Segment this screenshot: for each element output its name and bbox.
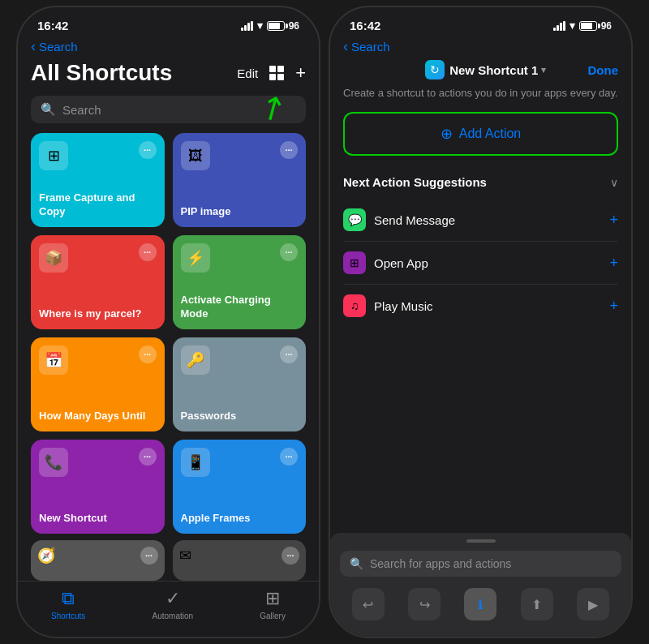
tile-icon-partial-2: ✉ [179, 547, 191, 565]
tile-label-apple-frames: Apple Frames [181, 505, 299, 526]
tile-icon-apple-frames: 📱 [181, 448, 210, 477]
tile-label-new-shortcut: New Shortcut [39, 505, 157, 526]
tile-more-pip[interactable]: ··· [280, 141, 298, 159]
suggestion-open-app[interactable]: ⊞ Open App + [343, 242, 618, 285]
tile-label-parcel: Where is my parcel? [39, 301, 157, 321]
add-shortcut-button[interactable]: + [295, 64, 306, 82]
panel-search-icon: 🔍 [350, 557, 363, 570]
search-bar-left[interactable]: 🔍 Search [31, 96, 306, 123]
suggestion-play-music[interactable]: ♫ Play Music + [343, 285, 618, 327]
tile-new-shortcut[interactable]: 📞 ··· New Shortcut [31, 440, 165, 534]
suggestion-send-message[interactable]: 💬 Send Message + [343, 199, 618, 242]
tab-gallery[interactable]: ⊞ Gallery [260, 588, 286, 620]
tile-more-charging[interactable]: ··· [280, 243, 298, 261]
shortcut-name-button[interactable]: New Shortcut 1 ▾ [449, 63, 546, 77]
suggestion-name-open-app: Open App [374, 256, 428, 270]
suggestion-icon-open-app: ⊞ [343, 251, 366, 274]
page-title-left: All Shortcuts [31, 60, 172, 86]
back-nav-right[interactable]: ‹ Search [330, 37, 631, 57]
add-action-button[interactable]: ⊕ Add Action [343, 112, 618, 156]
tile-more-partial-2[interactable]: ··· [282, 547, 299, 565]
battery-pct-right: 96 [601, 20, 612, 32]
battery-pct-left: 96 [289, 20, 299, 32]
tab-shortcuts-label: Shortcuts [51, 612, 85, 620]
grid-view-button[interactable] [269, 66, 284, 80]
shortcuts-grid: ⊞ ··· Frame Capture and Copy 🖼 ··· PIP i… [18, 133, 319, 534]
suggestion-icon-send-message: 💬 [343, 208, 366, 231]
tab-automation-label: Automation [152, 612, 193, 620]
suggestion-name-send-message: Send Message [374, 213, 455, 227]
subtitle-text: Create a shortcut to actions you do in y… [343, 86, 618, 101]
tile-more-days[interactable]: ··· [139, 346, 157, 363]
back-label-right: Search [351, 40, 390, 54]
tile-apple-frames[interactable]: 📱 ··· Apple Frames [173, 440, 307, 534]
edit-button[interactable]: Edit [237, 67, 258, 80]
panel-undo-button[interactable]: ↩ [352, 588, 385, 620]
status-bar-right: 16:42 ▾ 96 [330, 7, 631, 37]
panel-run-button[interactable]: ▶ [577, 588, 609, 620]
tile-icon-pip: 🖼 [181, 141, 210, 170]
tile-more-passwords[interactable]: ··· [280, 346, 298, 363]
tile-partial-1[interactable]: 🧭 ··· [31, 540, 165, 581]
tile-more-new-shortcut[interactable]: ··· [139, 448, 157, 466]
collapse-chevron-icon[interactable]: ∨ [610, 176, 618, 189]
tile-more-partial-1[interactable]: ··· [140, 547, 158, 565]
play-music-icon: ♫ [350, 299, 359, 312]
add-action-label: Add Action [459, 127, 522, 141]
tile-more-frame-capture[interactable]: ··· [139, 141, 157, 159]
back-chevron-right: ‹ [343, 39, 348, 54]
back-chevron-left: ‹ [31, 39, 36, 54]
back-nav-left[interactable]: ‹ Search [18, 37, 319, 57]
panel-drag-handle[interactable] [466, 539, 496, 543]
suggestion-left-play-music: ♫ Play Music [343, 294, 433, 317]
status-bar-left: 16:42 ▾ 96 [18, 7, 319, 37]
phone-left: 16:42 ▾ 96 ‹ Search All Shortcuts Edit [16, 6, 320, 638]
tile-frame-capture[interactable]: ⊞ ··· Frame Capture and Copy [31, 133, 165, 227]
suggestion-icon-play-music: ♫ [343, 294, 366, 317]
tile-where-parcel[interactable]: 📦 ··· Where is my parcel? [31, 235, 165, 329]
tile-more-parcel[interactable]: ··· [139, 243, 157, 261]
tile-icon-days: 📅 [39, 346, 68, 375]
suggestion-left-open-app: ⊞ Open App [343, 251, 428, 274]
automation-tab-icon: ✓ [165, 588, 180, 609]
shortcuts-tab-icon: ⧉ [62, 588, 75, 609]
next-actions-header[interactable]: Next Action Suggestions ∨ [343, 175, 618, 189]
tile-label-days: How Many Days Until [39, 403, 157, 423]
panel-info-button[interactable]: ℹ [464, 588, 496, 620]
tile-icon-passwords: 🔑 [181, 346, 210, 375]
panel-share-button[interactable]: ⬆ [521, 588, 553, 620]
shortcut-nav-bar: ↻ New Shortcut 1 ▾ Done [330, 57, 631, 86]
tile-icon-parcel: 📦 [39, 243, 68, 273]
tile-activate-charging[interactable]: ⚡ ··· Activate Charging Mode [173, 235, 307, 329]
phone2-main-content: Create a shortcut to actions you do in y… [330, 86, 631, 533]
chevron-down-icon: ▾ [541, 65, 546, 75]
tile-partial-2[interactable]: ✉ ··· [173, 540, 307, 581]
panel-search-bar[interactable]: 🔍 Search for apps and actions [340, 551, 621, 577]
add-play-music-button[interactable]: + [609, 298, 618, 315]
tile-more-apple-frames[interactable]: ··· [280, 448, 298, 466]
search-icon-left: 🔍 [41, 102, 56, 117]
add-action-plus-icon: ⊕ [441, 125, 453, 143]
tab-shortcuts[interactable]: ⧉ Shortcuts [51, 588, 85, 620]
signal-icon-left [241, 21, 253, 31]
gallery-tab-icon: ⊞ [265, 588, 280, 609]
tile-how-many-days[interactable]: 📅 ··· How Many Days Until [31, 337, 165, 431]
panel-redo-button[interactable]: ↪ [408, 588, 441, 620]
open-app-icon: ⊞ [350, 256, 359, 269]
tile-passwords[interactable]: 🔑 ··· Passwords [173, 337, 307, 431]
add-open-app-button[interactable]: + [609, 255, 618, 272]
tile-icon-new-shortcut: 📞 [39, 448, 68, 477]
nav-bar-left: All Shortcuts Edit + [18, 57, 319, 92]
search-placeholder-left: Search [62, 103, 101, 117]
time-right: 16:42 [350, 19, 380, 32]
bottom-search-panel: 🔍 Search for apps and actions ↩ ↪ ℹ ⬆ ▶ [330, 533, 631, 637]
suggestion-left-send-message: 💬 Send Message [343, 208, 455, 231]
tab-gallery-label: Gallery [260, 612, 286, 620]
add-send-message-button[interactable]: + [609, 212, 618, 229]
tile-pip-image[interactable]: 🖼 ··· PIP image [173, 133, 307, 227]
tile-label-charging: Activate Charging Mode [181, 287, 299, 321]
tab-automation[interactable]: ✓ Automation [152, 588, 193, 620]
shortcut-title-area[interactable]: ↻ New Shortcut 1 ▾ [425, 60, 546, 79]
done-button[interactable]: Done [588, 63, 619, 77]
tile-label-pip: PIP image [181, 199, 299, 219]
